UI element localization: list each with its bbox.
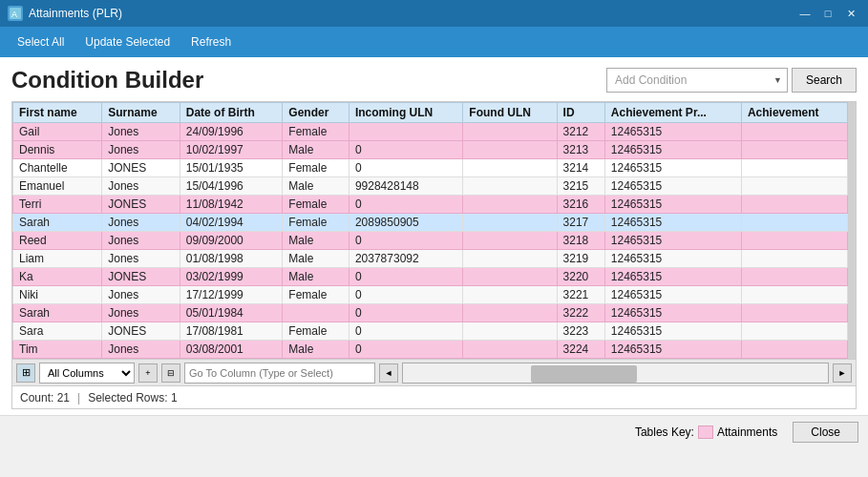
table-row[interactable]: TimJones03/08/2001Male0322412465315	[13, 341, 848, 359]
table-row[interactable]: SarahJones04/02/1994Female20898509053217…	[13, 214, 848, 232]
search-button[interactable]: Search	[792, 68, 857, 93]
table-row[interactable]: SaraJONES17/08/1981Female0322312465315	[13, 322, 848, 341]
cell-found-uln	[463, 286, 557, 304]
cell-surname: Jones	[102, 286, 180, 304]
add-condition-dropdown[interactable]: Add Condition	[606, 68, 788, 93]
column-select-dropdown[interactable]: All Columns	[39, 363, 135, 384]
status-separator: |	[77, 391, 80, 404]
footer: Tables Key: Attainments Close	[0, 415, 868, 447]
cell-dob: 10/02/1997	[180, 141, 283, 159]
table-row[interactable]: ChantelleJONES15/01/1935Female0321412465…	[13, 159, 848, 177]
bottom-toolbar: ⊞ All Columns + ⊟ ◄ ►	[11, 360, 857, 386]
cell-gender: Male	[283, 268, 349, 286]
table-row[interactable]: ReedJones09/09/2000Male0321812465315	[13, 232, 848, 250]
cell-gender: Male	[283, 177, 349, 196]
cell-achievement-pr: 12465315	[604, 123, 741, 141]
cell-gender: Female	[283, 322, 349, 341]
cell-achievement	[741, 196, 847, 214]
cell-found-uln	[463, 232, 557, 250]
col-header-gender[interactable]: Gender	[283, 103, 349, 123]
title-bar-text: Attainments (PLR)	[29, 7, 790, 20]
select-all-button[interactable]: Select All	[8, 31, 74, 52]
toolbar-icon-1[interactable]: ⊞	[16, 363, 35, 383]
col-header-dob[interactable]: Date of Birth	[180, 103, 283, 123]
table-row[interactable]: TerriJONES11/08/1942Female0321612465315	[13, 196, 848, 214]
table-scroll-container[interactable]: First name Surname Date of Birth Gender …	[12, 102, 856, 359]
cell-achievement-pr: 12465315	[604, 159, 741, 177]
col-header-firstname[interactable]: First name	[13, 103, 102, 123]
cell-dob: 15/01/1935	[180, 159, 283, 177]
cell-achievement-pr: 12465315	[604, 141, 741, 159]
table-row[interactable]: EmanuelJones15/04/1996Male99284281483215…	[13, 177, 848, 196]
cell-firstname: Liam	[13, 250, 102, 268]
cell-surname: Jones	[102, 141, 180, 159]
col-header-found-uln[interactable]: Found ULN	[463, 103, 557, 123]
cell-achievement	[741, 141, 847, 159]
toolbar-grid-btn[interactable]: ⊟	[161, 363, 180, 383]
cell-surname: Jones	[102, 250, 180, 268]
cell-found-uln	[463, 196, 557, 214]
cell-incoming-uln: 2037873092	[349, 250, 462, 268]
cell-id: 3223	[557, 322, 604, 341]
close-window-button[interactable]: ✕	[841, 5, 860, 22]
toolbar-arrow-right-btn[interactable]: ►	[833, 363, 852, 383]
cell-gender: Female	[283, 286, 349, 304]
cell-firstname: Reed	[13, 232, 102, 250]
selected-rows-label: Selected Rows: 1	[88, 391, 177, 404]
cell-id: 3213	[557, 141, 604, 159]
cell-surname: JONES	[102, 196, 180, 214]
cell-gender	[283, 304, 349, 322]
goto-column-input[interactable]	[184, 363, 375, 384]
table-row[interactable]: GailJones24/09/1996Female321212465315	[13, 123, 848, 141]
cell-dob: 15/04/1996	[180, 177, 283, 196]
cell-dob: 11/08/1942	[180, 196, 283, 214]
cell-found-uln	[463, 141, 557, 159]
cell-incoming-uln: 0	[349, 196, 462, 214]
refresh-button[interactable]: Refresh	[181, 31, 241, 52]
cell-id: 3222	[557, 304, 604, 322]
tables-key: Tables Key: Attainments	[10, 425, 777, 439]
col-header-achievement[interactable]: Achievement	[741, 103, 847, 123]
col-header-achievement-pr[interactable]: Achievement Pr...	[604, 103, 741, 123]
cell-id: 3219	[557, 250, 604, 268]
svg-text:A: A	[11, 10, 17, 19]
cell-dob: 04/02/1994	[180, 214, 283, 232]
update-selected-button[interactable]: Update Selected	[75, 31, 180, 52]
cell-achievement	[741, 232, 847, 250]
maximize-button[interactable]: □	[818, 5, 837, 22]
minimize-button[interactable]: —	[795, 5, 815, 22]
close-button[interactable]: Close	[793, 422, 858, 443]
tables-key-label: Tables Key:	[635, 425, 694, 439]
col-header-surname[interactable]: Surname	[102, 103, 180, 123]
cell-found-uln	[463, 177, 557, 196]
table-row[interactable]: KaJONES03/02/1999Male0322012465315	[13, 268, 848, 286]
table-row[interactable]: LiamJones01/08/1998Male20378730923219124…	[13, 250, 848, 268]
cell-gender: Female	[283, 123, 349, 141]
toolbar-add-btn[interactable]: +	[138, 363, 158, 383]
cell-id: 3212	[557, 123, 604, 141]
cell-achievement-pr: 12465315	[604, 322, 741, 341]
horizontal-scrollbar[interactable]	[402, 363, 829, 384]
toolbar-arrow-btn[interactable]: ◄	[379, 363, 398, 383]
app-icon: A	[8, 6, 23, 21]
cell-achievement-pr: 12465315	[604, 286, 741, 304]
status-bar: Count: 21 | Selected Rows: 1	[11, 386, 857, 409]
cell-found-uln	[463, 268, 557, 286]
cell-firstname: Dennis	[13, 141, 102, 159]
col-header-incoming-uln[interactable]: Incoming ULN	[349, 103, 462, 123]
table-row[interactable]: NikiJones17/12/1999Female0322112465315	[13, 286, 848, 304]
cell-id: 3214	[557, 159, 604, 177]
table-row[interactable]: SarahJones05/01/19840322212465315	[13, 304, 848, 322]
cell-surname: Jones	[102, 214, 180, 232]
cell-firstname: Sarah	[13, 214, 102, 232]
menu-bar: Select All Update Selected Refresh	[0, 27, 868, 57]
cell-found-uln	[463, 250, 557, 268]
cell-achievement	[741, 177, 847, 196]
table-row[interactable]: DennisJones10/02/1997Male0321312465315	[13, 141, 848, 159]
cell-achievement-pr: 12465315	[604, 196, 741, 214]
cell-dob: 24/09/1996	[180, 123, 283, 141]
cell-id: 3217	[557, 214, 604, 232]
col-header-id[interactable]: ID	[557, 103, 604, 123]
count-label: Count: 21	[20, 391, 70, 404]
cell-incoming-uln: 0	[349, 286, 462, 304]
